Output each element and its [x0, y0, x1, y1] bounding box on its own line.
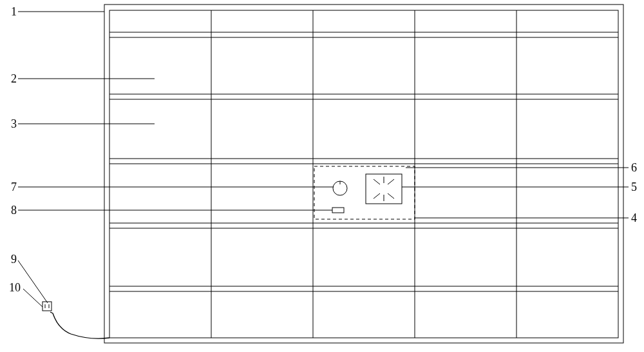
- callout-7: 7: [1, 181, 17, 194]
- power-cord: [50, 312, 109, 338]
- outer-frame: [104, 5, 623, 343]
- inner-frame: [109, 10, 618, 338]
- callout-2: 2: [1, 72, 17, 86]
- callout-10: 10: [1, 281, 21, 295]
- svg-line-16: [388, 179, 394, 184]
- callout-5: 5: [631, 181, 644, 194]
- svg-line-15: [374, 179, 380, 184]
- callout-1: 1: [1, 5, 17, 19]
- svg-line-17: [374, 193, 380, 199]
- callout-8: 8: [1, 204, 17, 217]
- callout-4: 4: [631, 211, 644, 225]
- svg-line-18: [388, 193, 394, 199]
- callout-9: 9: [1, 253, 17, 266]
- row-lines: [109, 32, 618, 291]
- leader-9: [18, 260, 48, 303]
- plug-icon: [43, 302, 52, 311]
- callout-6: 6: [631, 161, 644, 175]
- technical-drawing: [0, 0, 644, 352]
- callout-3: 3: [1, 117, 17, 131]
- small-switch: [332, 208, 344, 213]
